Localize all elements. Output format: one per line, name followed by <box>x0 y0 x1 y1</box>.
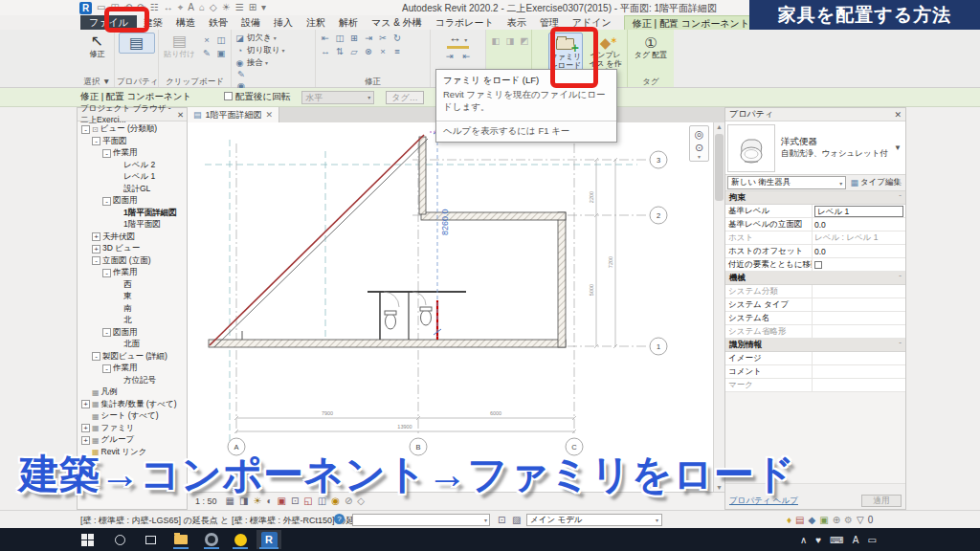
pinned-elements-icon[interactable]: ▣ <box>819 514 828 526</box>
filter-icon[interactable]: ▽ <box>857 514 864 526</box>
browser-item[interactable]: -製図ビュー (詳細) <box>78 351 187 364</box>
collapse-icon[interactable]: - <box>92 256 100 265</box>
expand-icon[interactable]: + <box>81 400 90 408</box>
ribbon-tab[interactable]: 管理 <box>533 15 566 30</box>
press-drag-icon[interactable]: ▤ <box>795 514 804 526</box>
task-view-button[interactable] <box>140 530 161 549</box>
ime-mode-icon[interactable]: A <box>853 535 859 545</box>
browser-item[interactable]: -図面用 <box>78 327 187 340</box>
panel-label-select[interactable]: 選択 ▼ <box>80 76 114 87</box>
collapse-icon[interactable]: - <box>92 137 100 145</box>
type-selector[interactable]: 新しい 衛生器具▾ <box>727 176 846 189</box>
undo-icon[interactable]: ↶ <box>124 1 132 14</box>
background-processes-icon[interactable]: ⚙ <box>844 514 853 526</box>
tag-on-placement-button[interactable]: ① タグ 配置 <box>632 33 670 59</box>
property-value[interactable]: 0.0 <box>812 218 905 231</box>
browser-item[interactable]: -作業用 <box>78 147 187 160</box>
browser-item[interactable]: -立面図 (立面) <box>78 255 187 268</box>
collapse-icon[interactable]: - <box>102 328 111 337</box>
ribbon-tab[interactable]: 建築 <box>137 15 169 30</box>
modify-button[interactable]: ↖ 修正 <box>83 33 111 58</box>
status-help-icon[interactable]: ? <box>334 514 345 524</box>
customize-qat-icon[interactable]: ▾ <box>261 1 266 14</box>
place-on-face-icon[interactable]: ◨ <box>503 35 517 47</box>
create-similar-icon[interactable]: ⇥ <box>443 51 457 62</box>
links-icon[interactable]: ◆ <box>809 514 816 526</box>
exclude-options-icon[interactable]: ⊕ <box>833 514 840 526</box>
browser-item[interactable]: -平面図 <box>78 136 187 148</box>
cortana-button[interactable] <box>109 530 130 549</box>
close-view-icon[interactable]: ✕ <box>266 110 274 120</box>
ribbon-tab[interactable]: 構造 <box>169 15 202 30</box>
browser-item[interactable]: レベル 2 <box>78 160 187 172</box>
copy-icon[interactable]: ◫ <box>214 34 228 46</box>
property-value[interactable] <box>812 379 905 391</box>
property-value[interactable] <box>812 258 905 271</box>
zoom-icon[interactable]: ⊙ <box>695 142 703 153</box>
obs-button[interactable] <box>201 530 222 549</box>
place-on-vertical-face-icon[interactable]: ◧ <box>489 35 502 47</box>
property-value[interactable]: 0.0 <box>812 245 905 257</box>
temporary-dimension-value[interactable]: 8260.0 <box>440 209 450 235</box>
thin-lines-icon[interactable]: ☰ <box>235 1 244 14</box>
open-icon[interactable]: ▭ <box>97 1 105 14</box>
offset-icon[interactable]: ⇥ <box>362 33 375 44</box>
property-value[interactable]: レベル : レベル 1 <box>812 231 905 244</box>
browser-item[interactable]: レベル 1 <box>78 171 187 184</box>
text-icon[interactable]: A <box>188 1 194 14</box>
property-value[interactable] <box>812 325 905 338</box>
apply-button[interactable]: 適用 <box>861 495 902 507</box>
browser-item[interactable]: ▦シート (すべて) <box>78 410 187 423</box>
collapse-icon[interactable]: - <box>102 149 111 158</box>
browser-item[interactable]: +3D ビュー <box>78 243 187 255</box>
tab-contextual-modify-place-component[interactable]: 修正 | 配置 コンポーネント <box>624 15 758 30</box>
scrollbar-thumb[interactable] <box>715 134 724 201</box>
touch-keyboard-icon[interactable]: ⌨ <box>830 535 843 545</box>
cut-geometry-button[interactable]: ◔切り取り▾ <box>234 44 284 56</box>
ribbon-tab[interactable]: 鉄骨 <box>202 15 234 30</box>
browser-item[interactable]: -図面用 <box>78 195 187 208</box>
panel-label-modify[interactable]: 修正 <box>316 76 430 87</box>
place-on-workplane-icon[interactable]: ◩ <box>518 35 531 47</box>
browser-item[interactable]: +▦ファミリ <box>78 423 187 435</box>
scale-icon[interactable]: ▱ <box>347 46 361 57</box>
cut-icon[interactable]: × <box>200 34 213 46</box>
property-value[interactable] <box>812 298 905 311</box>
panel-label-clipboard[interactable]: クリップボード <box>159 76 231 87</box>
collapse-icon[interactable]: - <box>102 269 111 277</box>
property-section-header[interactable]: 識別情報ˆ <box>725 339 905 352</box>
collapse-icon[interactable]: - <box>81 125 90 134</box>
browser-item[interactable]: 西 <box>78 279 187 292</box>
orientation-select[interactable]: 水平▾ <box>301 91 374 104</box>
property-value[interactable] <box>812 352 905 364</box>
browser-item[interactable]: 南 <box>78 303 187 316</box>
browser-item[interactable]: +▦集計表/数量 (すべて) <box>78 399 187 411</box>
panel-label-properties[interactable]: プロパティ <box>115 76 158 87</box>
paint-icon[interactable]: ✎ <box>234 69 248 80</box>
align-icon[interactable]: ⇤ <box>319 33 332 44</box>
view-tab-active[interactable]: ▤ 1階平面詳細図 ✕ <box>188 107 279 122</box>
match-type-icon[interactable]: ✎ <box>200 48 213 59</box>
collapse-icon[interactable]: - <box>102 197 111 206</box>
ribbon-tab[interactable]: 解析 <box>332 15 365 30</box>
ribbon-tab[interactable]: 表示 <box>501 15 533 30</box>
collapse-icon[interactable]: - <box>102 364 111 373</box>
print-icon[interactable]: ☷ <box>150 1 159 14</box>
aligned-dimension-icon[interactable]: ⌖ <box>178 1 184 14</box>
browser-item[interactable]: 方位記号 <box>78 375 187 387</box>
hidden-icons-chevron[interactable]: ∧ <box>800 535 807 545</box>
expand-icon[interactable]: + <box>81 424 90 432</box>
rotate-after-placement-checkbox[interactable]: 配置後に回転 <box>224 91 290 103</box>
revit-taskbar-button[interactable]: R <box>256 530 281 549</box>
paste-button[interactable]: ▤ 貼り付け <box>162 33 197 58</box>
chevron-down-icon[interactable]: ▼ <box>894 143 905 152</box>
expand-icon[interactable]: + <box>92 245 100 253</box>
join-geometry-button[interactable]: ◉接合▾ <box>234 56 268 69</box>
browser-item[interactable]: 1階平面図 <box>78 219 187 231</box>
action-center-icon[interactable]: ▭ <box>867 535 876 545</box>
section-icon[interactable]: ◇ <box>210 1 217 14</box>
property-value[interactable] <box>812 312 905 324</box>
collapse-section-icon[interactable]: ˆ <box>899 193 902 202</box>
collapse-icon[interactable]: - <box>92 352 100 361</box>
cope-button[interactable]: ◪切欠き▾ <box>234 32 277 44</box>
